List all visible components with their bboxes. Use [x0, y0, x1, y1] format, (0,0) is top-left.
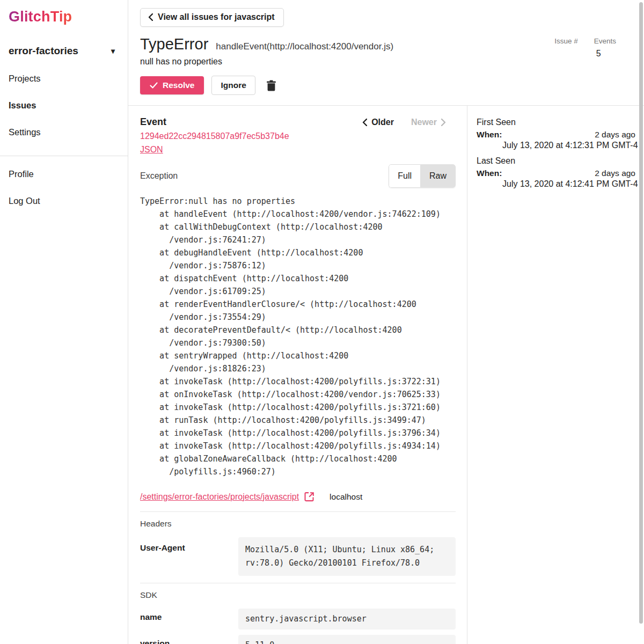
section-divider — [140, 511, 456, 512]
event-id: 1294ed22cc294815807a9f7ec5b37b4e — [140, 131, 289, 141]
external-link-icon — [304, 492, 314, 502]
chevron-right-icon — [441, 119, 446, 126]
when-label: When: — [477, 169, 502, 178]
issue-header: View all issues for javascript TypeError… — [128, 0, 644, 106]
back-button-label: View all issues for javascript — [158, 12, 275, 22]
check-icon — [150, 82, 158, 89]
kv-key: name — [140, 609, 238, 630]
chevron-left-icon — [148, 13, 153, 21]
first-seen-title: First Seen — [477, 118, 635, 127]
vertical-scrollbar[interactable] — [639, 2, 643, 624]
content-row: Event 1294ed22cc294815807a9f7ec5b37b4e J… — [128, 106, 644, 644]
back-to-issues-button[interactable]: View all issues for javascript — [140, 8, 284, 27]
ignore-button[interactable]: Ignore — [211, 76, 255, 95]
stacktrace-view-toggle: Full Raw — [389, 164, 456, 188]
stacktrace-text: TypeError:null has no properties at hand… — [140, 195, 456, 478]
glitchtip-logo: GlitchTip — [9, 9, 72, 25]
sidebar-item-logout[interactable]: Log Out — [0, 196, 128, 206]
json-link[interactable]: JSON — [140, 145, 163, 155]
project-settings-link[interactable]: /settings/error-factories/projects/javas… — [140, 492, 299, 502]
issue-actions: Resolve Ignore — [140, 76, 632, 95]
issue-number-label: Issue # — [554, 37, 578, 45]
headers-section-title: Headers — [140, 519, 456, 529]
issue-number-stat: Issue # — [554, 37, 578, 58]
last-seen-title: Last Seen — [477, 156, 635, 166]
events-count: 5 — [594, 49, 616, 58]
resolve-button-label: Resolve — [163, 80, 194, 90]
sidebar-item-profile[interactable]: Profile — [0, 169, 128, 179]
sidebar-item-settings[interactable]: Settings — [0, 127, 128, 137]
event-head-row: Event 1294ed22cc294815807a9f7ec5b37b4e J… — [140, 116, 456, 155]
resolve-button[interactable]: Resolve — [140, 76, 204, 94]
main-content: View all issues for javascript TypeError… — [128, 0, 644, 644]
sdk-row-name: name sentry.javascript.browser — [140, 609, 456, 630]
kv-key: version — [140, 635, 238, 644]
events-label: Events — [594, 37, 616, 45]
older-event-button[interactable]: Older — [362, 118, 394, 127]
newer-event-button[interactable]: Newer — [411, 118, 446, 127]
first-seen-relative: 2 days ago — [595, 130, 635, 140]
seen-panel-inner: First Seen When: 2 days ago July 13, 202… — [477, 118, 635, 189]
first-seen-when-row: When: 2 days ago — [477, 130, 635, 140]
sidebar-item-issues[interactable]: Issues — [0, 100, 128, 111]
event-detail-panel: Event 1294ed22cc294815807a9f7ec5b37b4e J… — [128, 106, 467, 644]
seen-panel: First Seen When: 2 days ago July 13, 202… — [467, 106, 644, 644]
organization-selector[interactable]: error-factories ▾ — [9, 45, 119, 57]
sidebar-divider — [0, 156, 128, 156]
kv-value: sentry.javascript.browser — [238, 609, 456, 630]
newer-button-label: Newer — [411, 118, 437, 127]
toggle-raw-button[interactable]: Raw — [420, 164, 456, 188]
page-title: TypeError — [140, 35, 208, 53]
sdk-section-title: SDK — [140, 590, 456, 600]
kv-value: 5.11.0 — [238, 635, 456, 644]
older-button-label: Older — [371, 118, 394, 127]
chevron-left-icon — [362, 119, 367, 126]
project-link-row: /settings/error-factories/projects/javas… — [140, 492, 456, 502]
organization-name: error-factories — [9, 45, 78, 57]
event-head-left: Event 1294ed22cc294815807a9f7ec5b37b4e J… — [140, 116, 289, 155]
kv-value: Mozilla/5.0 (X11; Ubuntu; Linux x86_64; … — [238, 537, 456, 576]
issue-stats: Issue # Events 5 — [554, 37, 616, 58]
last-seen-relative: 2 days ago — [595, 169, 635, 178]
event-pager: Older Newer — [362, 118, 446, 127]
sdk-row-version: version 5.11.0 — [140, 635, 456, 644]
last-seen-when-row: When: 2 days ago — [477, 169, 635, 178]
exception-row: Exception Full Raw — [140, 164, 456, 188]
exception-label: Exception — [140, 171, 178, 181]
events-stat: Events 5 — [594, 37, 616, 58]
when-label: When: — [477, 130, 502, 140]
section-divider — [140, 583, 456, 583]
host-label: localhost — [330, 492, 362, 502]
page-subtitle: handleEvent(http://localhost:4200/vendor… — [216, 41, 393, 52]
last-seen-date: July 13, 2020 at 4:12:41 PM GMT-4 — [502, 179, 635, 189]
sidebar-item-projects[interactable]: Projects — [0, 74, 128, 84]
event-heading: Event — [140, 116, 289, 128]
kv-key: User-Agent — [140, 537, 238, 576]
header-row-user-agent: User-Agent Mozilla/5.0 (X11; Ubuntu; Lin… — [140, 537, 456, 576]
delete-button[interactable] — [264, 78, 279, 93]
trash-icon — [266, 80, 276, 91]
sidebar: GlitchTip error-factories ▾ Projects Iss… — [0, 0, 128, 644]
toggle-full-button[interactable]: Full — [389, 164, 420, 188]
chevron-down-icon: ▾ — [111, 47, 115, 55]
first-seen-date: July 13, 2020 at 4:12:31 PM GMT-4 — [502, 141, 635, 150]
